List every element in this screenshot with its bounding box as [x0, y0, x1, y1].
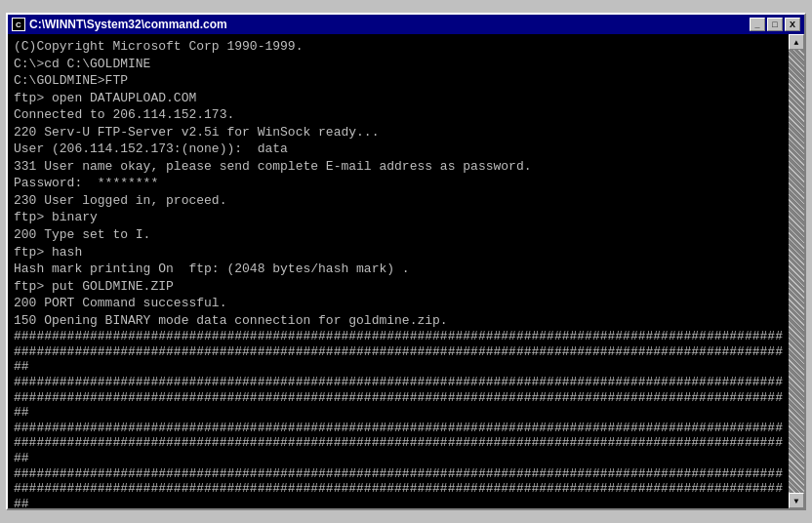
terminal-line: Hash mark printing On ftp: (2048 bytes/h…	[14, 261, 783, 278]
terminal-line: 200 Type set to I.	[14, 226, 783, 244]
terminal-line: ftp> put GOLDMINE.ZIP	[14, 278, 783, 296]
terminal-line: 230 User logged in, proceed.	[14, 192, 783, 210]
hash-progress-line: ########################################…	[14, 466, 783, 508]
minimize-button[interactable]: _	[750, 18, 765, 31]
window-icon: C	[12, 18, 25, 31]
content-area: (C)Copyright Microsoft Corp 1990-1999.C:…	[8, 34, 804, 508]
scrollbar[interactable]: ▲ ▼	[789, 34, 804, 508]
title-bar: C C:\WINNT\System32\command.com _ □ X	[8, 15, 804, 34]
hash-progress-line: ########################################…	[14, 421, 783, 466]
terminal-line: ftp> binary	[14, 209, 783, 226]
title-bar-left: C C:\WINNT\System32\command.com	[12, 18, 227, 31]
hash-progress-line: ########################################…	[14, 329, 783, 375]
terminal-line: 331 User name okay, please send complete…	[14, 158, 783, 176]
hash-progress-line: ########################################…	[14, 375, 783, 421]
maximize-button[interactable]: □	[767, 18, 783, 31]
terminal-line: 220 Serv-U FTP-Server v2.5i for WinSock …	[14, 124, 783, 141]
window-controls: _ □ X	[750, 18, 800, 31]
terminal-line: C:\>cd C:\GOLDMINE	[14, 56, 783, 73]
terminal-line: User (206.114.152.173:(none)): data	[14, 141, 783, 158]
terminal-line: C:\GOLDMINE>FTP	[14, 72, 783, 90]
terminal-line: (C)Copyright Microsoft Corp 1990-1999.	[14, 38, 783, 56]
scroll-down-button[interactable]: ▼	[789, 493, 804, 508]
terminal-output[interactable]: (C)Copyright Microsoft Corp 1990-1999.C:…	[8, 34, 789, 508]
terminal-line: ftp> open DATAUPLOAD.COM	[14, 90, 783, 107]
terminal-line: ftp> hash	[14, 244, 783, 262]
terminal-line: 150 Opening BINARY mode data connection …	[14, 312, 783, 330]
terminal-line: 200 PORT Command successful.	[14, 295, 783, 312]
window-title: C:\WINNT\System32\command.com	[29, 18, 227, 31]
command-window: C C:\WINNT\System32\command.com _ □ X (C…	[6, 13, 806, 510]
scroll-track[interactable]	[789, 50, 804, 493]
close-button[interactable]: X	[785, 18, 800, 31]
terminal-line: Password: ********	[14, 175, 783, 192]
terminal-line: Connected to 206.114.152.173.	[14, 106, 783, 124]
scroll-up-button[interactable]: ▲	[789, 34, 804, 50]
